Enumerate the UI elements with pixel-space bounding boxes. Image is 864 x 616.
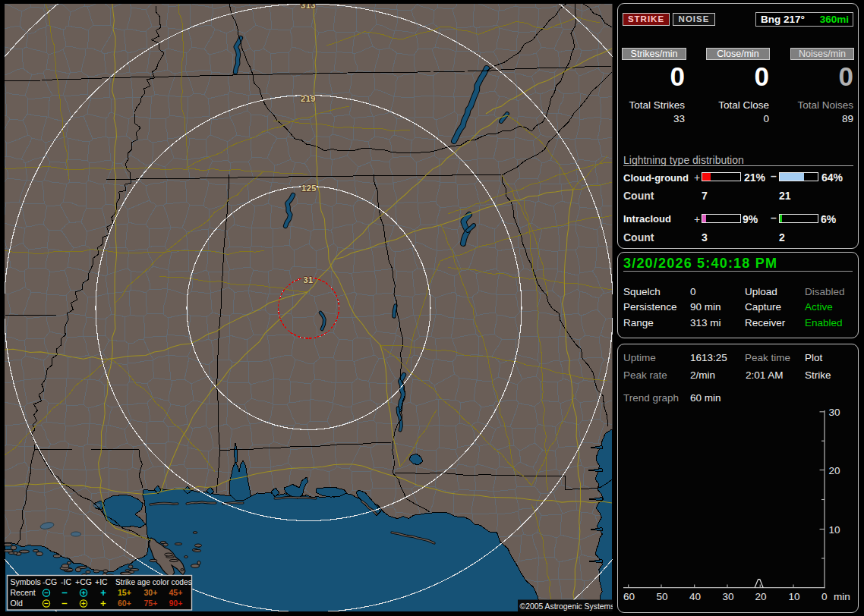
- svg-text:20: 20: [755, 591, 766, 602]
- svg-text:0: 0: [821, 591, 828, 602]
- svg-text:min: min: [834, 591, 850, 602]
- svg-text:20: 20: [829, 465, 840, 476]
- svg-text:10: 10: [829, 524, 840, 536]
- svg-text:31: 31: [303, 275, 313, 284]
- svg-text:313: 313: [301, 4, 316, 10]
- svg-text:+CG: +CG: [75, 577, 92, 586]
- svg-text:60: 60: [623, 591, 635, 602]
- svg-text:Old: Old: [11, 599, 24, 608]
- svg-text:30+: 30+: [144, 588, 158, 597]
- svg-text:+IC: +IC: [95, 577, 108, 586]
- svg-text:Recent: Recent: [11, 588, 36, 597]
- svg-text:75+: 75+: [144, 599, 158, 608]
- svg-text:30: 30: [722, 591, 733, 602]
- svg-text:Symbols: Symbols: [11, 577, 41, 586]
- svg-text:60+: 60+: [118, 599, 131, 608]
- svg-text:Strike age color codes: Strike age color codes: [115, 578, 192, 586]
- svg-text:30: 30: [829, 407, 840, 418]
- svg-text:50: 50: [656, 591, 667, 602]
- svg-text:-IC: -IC: [61, 577, 71, 586]
- svg-text:90+: 90+: [169, 599, 183, 608]
- svg-text:125: 125: [301, 184, 317, 193]
- svg-text:45+: 45+: [169, 588, 183, 597]
- svg-text:219: 219: [301, 94, 316, 103]
- svg-text:40: 40: [689, 591, 701, 602]
- svg-text:-CG: -CG: [43, 577, 57, 586]
- svg-text:10: 10: [788, 591, 799, 602]
- svg-text:15+: 15+: [118, 588, 131, 597]
- svg-text:©2005 Astrogenic Systems: ©2005 Astrogenic Systems: [520, 602, 613, 611]
